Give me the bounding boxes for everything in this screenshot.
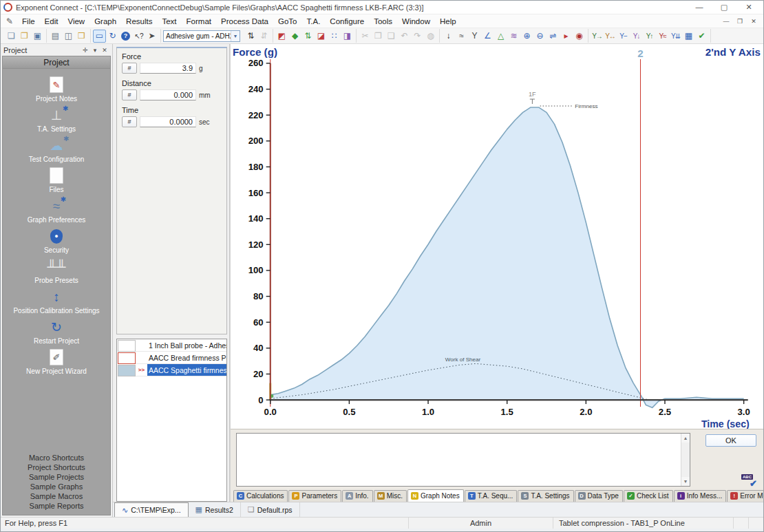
sidebar-item-probe-presets[interactable]: ╨╨Probe Presets — [8, 257, 105, 284]
row-select-cell[interactable] — [118, 352, 136, 364]
tab-info-mess[interactable]: iInfo Mess... — [674, 490, 727, 502]
sidebar-shortcut-project-shortcuts[interactable]: Project Shortcuts — [3, 462, 110, 472]
print-preview-button[interactable]: ◫ — [62, 30, 75, 43]
tab-t-a-sequ[interactable]: TT.A. Sequ... — [465, 490, 518, 502]
context-help-button[interactable]: ↖? — [132, 30, 145, 43]
sidebar-item-restart-project[interactable]: ↻Restart Project — [8, 318, 105, 345]
mdi-minimize-button[interactable]: — — [721, 17, 732, 26]
distance-units-button[interactable]: # — [122, 89, 137, 100]
scroll-up-icon[interactable]: ▲ — [681, 434, 690, 443]
sidebar-item-project-notes[interactable]: ✎Project Notes — [8, 76, 105, 103]
minimize-button[interactable]: — — [688, 1, 711, 13]
sidebar-shortcut-sample-graphs[interactable]: Sample Graphs — [3, 482, 110, 491]
archive-list-row[interactable]: 1 Inch Ball probe - Adhesive — [117, 339, 226, 352]
menu-graph[interactable]: Graph — [89, 16, 121, 27]
cursor-select-button[interactable]: △ — [494, 30, 507, 43]
record-marker-button[interactable]: ◉ — [573, 30, 586, 43]
y-raise-button[interactable]: Y↑ — [643, 30, 656, 43]
y-drop-button[interactable]: Y↓ — [630, 30, 643, 43]
time-value-field[interactable]: 0.0000 — [140, 116, 196, 127]
window-view-button[interactable]: ▭ — [93, 30, 106, 43]
sidebar-item-new-project-wizard[interactable]: ✐New Project Wizard — [8, 348, 105, 375]
sidebar-item-security[interactable]: ●Security — [8, 227, 105, 254]
tab-calculations[interactable]: CCalculations — [233, 490, 288, 502]
y-shift-both-button[interactable]: Y↔ — [604, 30, 617, 43]
archive-list-row[interactable]: >>AACC Spaghetti firmness LKB — [117, 364, 226, 376]
sidebar-item-files[interactable]: Files — [8, 167, 105, 193]
open-folder-button[interactable]: ❐ — [18, 30, 31, 43]
zoom-in-button[interactable]: ⊕ — [520, 30, 533, 43]
sidebar-shortcut-sample-macros[interactable]: Sample Macros — [3, 491, 110, 501]
menu-t-a[interactable]: T.A. — [302, 16, 326, 27]
ta-macro-button[interactable]: ∷ — [328, 30, 341, 43]
tab-data-type[interactable]: DData Type — [575, 490, 623, 502]
pin-icon[interactable]: ✛ — [81, 47, 90, 54]
menu-view[interactable]: View — [63, 16, 89, 27]
ta-stop-button[interactable]: ◪ — [315, 30, 328, 43]
annotate-flag-button[interactable]: ▸ — [560, 30, 573, 43]
panel-minimize-icon[interactable]: ▾ — [90, 47, 100, 54]
menu-configure[interactable]: Configure — [325, 16, 369, 27]
pick-points-button[interactable]: ✔ — [695, 30, 708, 43]
ta-move-probe-button[interactable]: ⇅ — [301, 30, 315, 43]
menu-tools[interactable]: Tools — [369, 16, 397, 27]
probe-select-dropdown[interactable]: Adhesive gum - ADH2_400▼ — [163, 30, 240, 42]
force-time-chart[interactable]: 20204060801001201401601802002202402600.0… — [231, 44, 763, 429]
save-button[interactable]: ▣ — [31, 30, 44, 43]
sidebar-item-t-a-settings[interactable]: ⊥✱T.A. Settings — [8, 106, 105, 133]
tab-parameters[interactable]: PParameters — [288, 490, 341, 502]
tutorial-button[interactable]: ➤ — [145, 30, 158, 43]
sidebar-shortcut-macro-shortcuts[interactable]: Macro Shortcuts — [3, 453, 110, 462]
zoom-out-button[interactable]: ⊖ — [533, 30, 547, 43]
tab-misc[interactable]: MMisc. — [374, 490, 407, 502]
archive-file-name[interactable]: AACC Bread firmness P-36R — [147, 352, 226, 364]
sidebar-shortcut-sample-reports[interactable]: Sample Reports — [3, 501, 110, 511]
time-units-button[interactable]: # — [122, 116, 137, 127]
scroll-down-icon[interactable]: ▼ — [681, 477, 690, 486]
ta-link-button[interactable]: ◩ — [275, 30, 288, 43]
menu-window[interactable]: Window — [397, 16, 435, 27]
tab-error-mess[interactable]: !Error Mess... — [727, 490, 763, 502]
mdi-restore-button[interactable]: ❐ — [734, 17, 745, 26]
menu-edit[interactable]: Edit — [40, 16, 63, 27]
y-subtract-button[interactable]: Y− — [617, 30, 630, 43]
row-select-cell[interactable] — [118, 340, 136, 352]
drop-probe-button[interactable]: ↓ — [442, 30, 455, 43]
menu-help[interactable]: Help — [435, 16, 461, 27]
menu-results[interactable]: Results — [121, 16, 157, 27]
menu-text[interactable]: Text — [157, 16, 181, 27]
help-button[interactable]: ? — [119, 30, 132, 43]
sidebar-shortcut-sample-projects[interactable]: Sample Projects — [3, 472, 110, 482]
graph-notes-textarea[interactable]: ▲ ▼ — [236, 433, 690, 487]
tab-t-a-settings[interactable]: ST.A. Settings — [518, 490, 573, 502]
reload-button[interactable]: ↻ — [106, 30, 119, 43]
notes-scrollbar[interactable]: ▲ ▼ — [681, 434, 690, 486]
ta-run-test-button[interactable]: ◆ — [288, 30, 301, 43]
tab-info[interactable]: AInfo. — [342, 490, 372, 502]
sidebar-item-position-calibration-settings[interactable]: ↕Position Calibration Settings — [8, 288, 105, 315]
archive-file-name[interactable]: AACC Spaghetti firmness LKB — [147, 364, 226, 376]
force-value-field[interactable]: 3.9 — [140, 63, 196, 74]
sidebar-item-graph-preferences[interactable]: ≈✱Graph Preferences — [8, 197, 105, 224]
print-button[interactable]: ▤ — [49, 30, 62, 43]
menu-format[interactable]: Format — [182, 16, 216, 27]
new-file-button[interactable]: ❏ — [5, 30, 18, 43]
spell-check-icon[interactable]: ABC ✔ — [741, 474, 756, 487]
tab-graph-notes[interactable]: NGraph Notes — [407, 489, 464, 502]
sidebar-item-test-configuration[interactable]: ☁✱Test Configuration — [8, 136, 105, 163]
y-smooth-button[interactable]: Y≈ — [656, 30, 669, 43]
branch-curve-button[interactable]: Υ — [468, 30, 481, 43]
overlay-curves-button[interactable]: ≋ — [507, 30, 520, 43]
archive-list-row[interactable]: AACC Bread firmness P-36R — [117, 352, 226, 364]
smooth-curve-button[interactable]: ≈ — [455, 30, 468, 43]
menu-file[interactable]: File — [17, 16, 40, 27]
axes-setup-button[interactable]: ∠ — [481, 30, 494, 43]
doc-tab-c-temp-exp[interactable]: ∿C:\TEMP\Exp... — [114, 502, 189, 517]
panel-close-icon[interactable]: ✕ — [100, 47, 109, 54]
export-archive-button[interactable]: ❒ — [75, 30, 88, 43]
doc-tab-default-rps[interactable]: ❏Default.rps — [241, 502, 300, 517]
menu-goto[interactable]: GoTo — [273, 16, 302, 27]
sort-results-button[interactable]: ⇅ — [244, 30, 257, 43]
archive-file-name[interactable]: 1 Inch Ball probe - Adhesive — [147, 339, 226, 352]
distance-value-field[interactable]: 0.000 — [140, 89, 196, 100]
